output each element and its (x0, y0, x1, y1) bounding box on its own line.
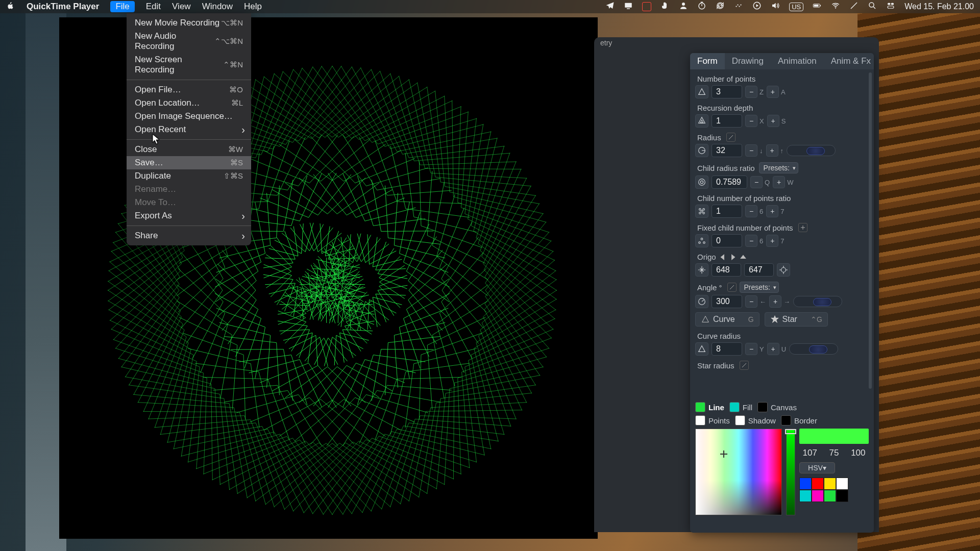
inc-num-points[interactable]: + (767, 86, 779, 98)
dec-cr[interactable]: − (745, 343, 757, 355)
menu-item-export-as[interactable]: Export As (127, 209, 251, 222)
menu-file[interactable]: File (110, 1, 134, 12)
hsv-s[interactable]: 75 (823, 448, 844, 458)
menu-item-new-audio-recording[interactable]: New Audio Recording⌃⌥⌘N (127, 30, 251, 53)
timer-icon[interactable] (697, 1, 706, 12)
user-icon[interactable] (679, 1, 688, 12)
input-curve-radius[interactable]: 8 (712, 342, 742, 356)
origo-icon[interactable] (695, 263, 708, 277)
menu-item-close[interactable]: Close⌘W (127, 143, 251, 156)
volume-icon[interactable] (771, 1, 780, 12)
input-num-points[interactable]: 3 (712, 85, 742, 98)
input-child-points-ratio[interactable]: 1 (712, 205, 742, 218)
input-source[interactable]: US (789, 3, 803, 11)
clock[interactable]: Wed 15. Feb 21.00 (904, 2, 974, 11)
hand-icon[interactable] (660, 1, 670, 12)
tab-form[interactable]: Form (690, 53, 725, 69)
inc-radius[interactable]: + (766, 144, 778, 157)
child-points-ratio-icon[interactable] (695, 205, 708, 218)
inc-cpr[interactable]: + (766, 205, 778, 217)
swatch-canvas[interactable]: Canvas (757, 402, 797, 412)
screen-icon[interactable] (624, 1, 633, 12)
apple-icon[interactable] (6, 1, 15, 13)
inc-cr[interactable]: + (767, 343, 779, 355)
angle-toggle[interactable] (727, 283, 737, 292)
input-recursion[interactable]: 1 (712, 114, 742, 128)
angle-icon[interactable] (695, 295, 708, 308)
recursion-icon[interactable] (695, 114, 708, 128)
menu-item-duplicate[interactable]: Duplicate⇧⌘S (127, 169, 251, 183)
telegram-icon[interactable] (605, 1, 615, 12)
inc-child-ratio[interactable]: + (773, 176, 785, 188)
menu-item-share[interactable]: Share (127, 229, 251, 242)
wifi-icon[interactable] (831, 1, 840, 12)
menu-item-open-file-[interactable]: Open File…⌘O (127, 83, 251, 96)
menu-edit[interactable]: Edit (146, 2, 161, 12)
preset-color[interactable] (824, 490, 836, 502)
preset-color[interactable] (799, 478, 812, 490)
target-icon[interactable] (777, 263, 790, 277)
triangle-icon[interactable] (695, 85, 708, 98)
swatch-line[interactable]: Line (695, 402, 724, 412)
input-origo-x[interactable]: 648 (712, 263, 741, 277)
curve-button[interactable]: Curve G (695, 312, 760, 327)
search-icon[interactable] (868, 1, 877, 12)
color-field[interactable] (695, 429, 782, 515)
menu-item-save-[interactable]: Save…⌘S (127, 156, 251, 169)
preset-color[interactable] (812, 490, 824, 502)
arrow-right-icon[interactable] (729, 254, 737, 261)
slider-curve-radius[interactable] (789, 343, 838, 355)
preset-color[interactable] (836, 490, 848, 502)
menu-window[interactable]: Window (202, 2, 233, 12)
tool-icon[interactable] (849, 1, 859, 12)
dec-fc[interactable]: − (745, 235, 757, 247)
preset-color[interactable] (812, 478, 824, 490)
tab-drawing[interactable]: Drawing (725, 53, 771, 69)
arrow-left-icon[interactable] (719, 254, 726, 261)
menu-view[interactable]: View (172, 2, 191, 12)
input-fixed-child[interactable]: 0 (712, 234, 742, 247)
control-center-icon[interactable] (886, 1, 895, 12)
swatch-border[interactable]: Border (781, 415, 817, 425)
menu-item-open-image-sequence-[interactable]: Open Image Sequence… (127, 110, 251, 123)
battery-icon[interactable] (813, 1, 822, 12)
dec-radius[interactable]: − (745, 144, 757, 157)
slider-radius[interactable] (787, 145, 836, 156)
input-radius[interactable]: 32 (712, 144, 742, 157)
hsv-v[interactable]: 100 (848, 448, 869, 458)
presets-child-ratio[interactable]: Presets: (759, 162, 798, 173)
dec-recursion[interactable]: − (745, 115, 757, 127)
dec-cpr[interactable]: − (745, 205, 757, 217)
swatch-fill[interactable]: Fill (729, 402, 752, 412)
curve-radius-icon[interactable] (695, 342, 708, 356)
star-button[interactable]: Star ⌃G (765, 312, 828, 327)
presets-angle[interactable]: Presets: (740, 282, 779, 293)
input-child-ratio[interactable]: 0.7589 (712, 176, 747, 189)
inc-angle[interactable]: + (769, 295, 781, 308)
menu-item-new-screen-recording[interactable]: New Screen Recording⌃⌘N (127, 53, 251, 77)
swatch-points[interactable]: Points (695, 415, 730, 425)
menu-item-open-recent[interactable]: Open Recent (127, 123, 251, 136)
dec-num-points[interactable]: − (745, 86, 757, 98)
preset-color[interactable] (824, 478, 836, 490)
tab-animfx[interactable]: Anim & Fx (824, 53, 878, 69)
preset-color[interactable] (836, 478, 848, 490)
color-mode-select[interactable]: HSV ▾ (799, 462, 835, 473)
star-radius-toggle[interactable] (740, 361, 749, 370)
inc-fc[interactable]: + (766, 235, 778, 247)
preset-color[interactable] (799, 490, 812, 502)
fixed-child-toggle[interactable] (798, 223, 807, 232)
record-indicator-icon[interactable] (642, 2, 651, 11)
play-circle-icon[interactable] (752, 1, 762, 12)
swatch-shadow[interactable]: Shadow (735, 415, 776, 425)
fixed-child-icon[interactable] (695, 234, 708, 247)
inc-recursion[interactable]: + (767, 115, 779, 127)
app-name[interactable]: QuickTime Player (27, 2, 99, 12)
hsv-h[interactable]: 107 (799, 448, 820, 458)
radius-toggle-icon[interactable] (726, 133, 736, 142)
sync-icon[interactable] (716, 1, 725, 12)
child-ratio-icon[interactable] (695, 176, 708, 189)
menu-item-open-location-[interactable]: Open Location…⌘L (127, 96, 251, 110)
dec-child-ratio[interactable]: − (750, 176, 763, 188)
arrow-up-icon[interactable] (740, 254, 747, 261)
